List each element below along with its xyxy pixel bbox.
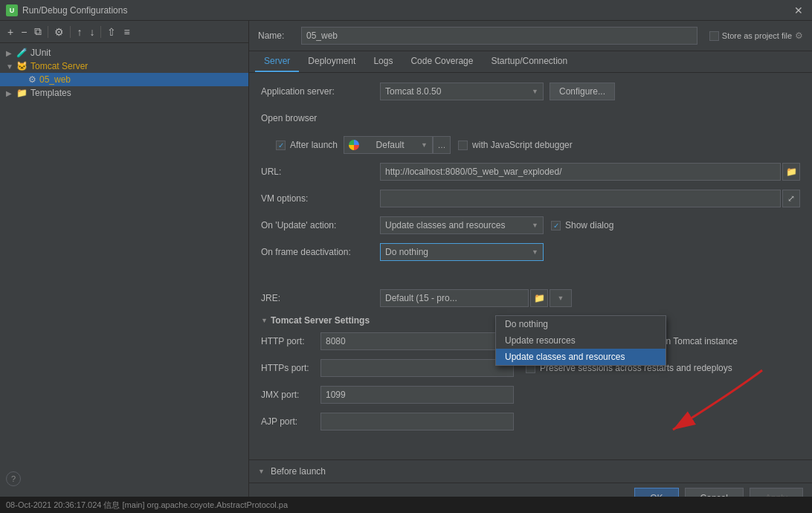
config-tree: ▶ 🧪 JUnit ▼ 🐱 Tomcat Server ⚙ 05_web ▶ 📁… bbox=[0, 43, 248, 513]
close-button[interactable]: ✕ bbox=[791, 3, 806, 18]
app-server-select[interactable]: Tomcat 8.0.50 ▼ bbox=[380, 83, 544, 100]
ajp-port-label: AJP port: bbox=[261, 416, 320, 427]
config-tabs: Server Deployment Logs Code Coverage Sta… bbox=[249, 51, 812, 73]
after-launch-label: After launch bbox=[290, 140, 338, 150]
tab-server[interactable]: Server bbox=[255, 51, 299, 72]
vm-options-input[interactable] bbox=[380, 190, 781, 207]
url-label: URL: bbox=[261, 167, 380, 177]
before-launch-label: Before launch bbox=[271, 466, 326, 477]
https-port-label: HTTPs port: bbox=[261, 363, 320, 373]
browser-more-button[interactable]: … bbox=[433, 136, 451, 154]
on-frame-row: On frame deactivation: Do nothing ▼ bbox=[261, 242, 800, 262]
toolbar-separator-2 bbox=[70, 26, 71, 38]
tab-deployment[interactable]: Deployment bbox=[299, 51, 364, 72]
on-update-arrow-icon: ▼ bbox=[532, 222, 538, 229]
settings-config-button[interactable]: ⚙ bbox=[51, 25, 67, 39]
title-bar: U Run/Debug Configurations ✕ bbox=[0, 0, 812, 21]
url-input[interactable] bbox=[380, 163, 781, 181]
on-frame-value: Do nothing bbox=[385, 247, 428, 257]
vm-options-label: VM options: bbox=[261, 193, 380, 204]
url-folder-icon[interactable]: 📁 bbox=[782, 163, 800, 181]
tab-startup-connection[interactable]: Startup/Connection bbox=[482, 51, 576, 72]
app-server-label: Application server: bbox=[261, 86, 380, 97]
vm-options-row: VM options: ⤢ bbox=[261, 189, 800, 208]
store-project-file-checkbox[interactable] bbox=[709, 31, 719, 41]
copy-config-button[interactable]: ⧉ bbox=[31, 24, 45, 39]
app-icon: U bbox=[6, 4, 18, 16]
app-server-row: Application server: Tomcat 8.0.50 ▼ Conf… bbox=[261, 82, 800, 101]
open-browser-section: Open browser bbox=[261, 109, 800, 128]
http-port-input[interactable] bbox=[320, 332, 514, 350]
sort-button[interactable]: ≡ bbox=[120, 25, 132, 39]
option-update-classes-resources[interactable]: Update classes and resources bbox=[496, 349, 666, 365]
jre-select[interactable]: Default (15 - pro... bbox=[380, 289, 529, 307]
remove-config-button[interactable]: − bbox=[18, 25, 30, 39]
name-label: Name: bbox=[258, 30, 295, 41]
tree-label-junit: JUnit bbox=[30, 48, 51, 58]
http-port-label: HTTP port: bbox=[261, 336, 320, 346]
show-dialog-label: Show dialog bbox=[565, 220, 613, 230]
jre-arrow-btn[interactable]: ▼ bbox=[550, 289, 572, 307]
browser-select[interactable]: Default ▼ bbox=[344, 136, 433, 154]
jre-label: JRE: bbox=[261, 293, 380, 303]
expand-icon-tomcat: ▼ bbox=[6, 62, 13, 71]
vm-options-expand-icon[interactable]: ⤢ bbox=[782, 190, 800, 207]
ajp-port-row: AJP port: bbox=[261, 412, 800, 431]
status-bar: 08-Oct-2021 20:36:17.024 信息 [main] org.a… bbox=[0, 497, 812, 513]
tomcat-icon: 🐱 bbox=[16, 61, 28, 71]
store-project-file-label: Store as project file bbox=[722, 31, 792, 40]
status-text: 08-Oct-2021 20:36:17.024 信息 [main] org.a… bbox=[6, 500, 288, 511]
open-browser-label: Open browser bbox=[261, 113, 380, 123]
jmx-port-row: JMX port: bbox=[261, 385, 800, 404]
store-gear-icon[interactable]: ⚙ bbox=[795, 30, 803, 41]
jmx-port-input[interactable] bbox=[320, 386, 514, 404]
tree-label-tomcat: Tomcat Server bbox=[30, 61, 88, 71]
web-config-icon: ⚙ bbox=[28, 74, 36, 85]
settings-content: Application server: Tomcat 8.0.50 ▼ Conf… bbox=[249, 73, 812, 459]
app-server-arrow-icon: ▼ bbox=[532, 88, 538, 95]
window-title: Run/Debug Configurations bbox=[22, 5, 127, 16]
on-frame-label: On frame deactivation: bbox=[261, 247, 380, 257]
jre-value: Default (15 - pro... bbox=[385, 293, 457, 303]
name-input[interactable] bbox=[301, 27, 697, 45]
https-port-input[interactable] bbox=[320, 359, 514, 377]
on-frame-dropdown-popup: Do nothing Update resources Update class… bbox=[495, 315, 666, 366]
before-launch-toggle[interactable]: ▼ bbox=[258, 468, 265, 475]
browser-value: Default bbox=[376, 140, 405, 150]
on-update-value: Update classes and resources bbox=[385, 220, 505, 230]
tree-item-templates[interactable]: ▶ 📁 Templates bbox=[0, 86, 248, 100]
show-dialog-checkbox[interactable] bbox=[551, 221, 561, 230]
tab-code-coverage[interactable]: Code Coverage bbox=[402, 51, 482, 72]
on-update-row: On 'Update' action: Update classes and r… bbox=[261, 216, 800, 235]
toolbar-separator-3 bbox=[100, 26, 101, 38]
before-launch-section: ▼ Before launch bbox=[249, 459, 812, 483]
tree-item-tomcat[interactable]: ▼ 🐱 Tomcat Server bbox=[0, 59, 248, 73]
expand-icon-junit: ▶ bbox=[6, 49, 13, 57]
js-debugger-checkbox[interactable] bbox=[458, 141, 468, 150]
tree-label-templates: Templates bbox=[30, 88, 71, 98]
help-button[interactable]: ? bbox=[6, 471, 21, 486]
add-config-button[interactable]: + bbox=[4, 25, 16, 39]
option-update-resources[interactable]: Update resources bbox=[496, 332, 666, 349]
tree-item-junit[interactable]: ▶ 🧪 JUnit bbox=[0, 46, 248, 59]
app-server-value: Tomcat 8.0.50 bbox=[385, 86, 441, 97]
on-update-select[interactable]: Update classes and resources ▼ bbox=[380, 216, 544, 234]
after-launch-checkbox[interactable] bbox=[276, 141, 286, 150]
browser-icon bbox=[349, 140, 359, 150]
share-button[interactable]: ⇧ bbox=[104, 25, 119, 39]
config-toolbar: + − ⧉ ⚙ ↑ ↓ ⇧ ≡ bbox=[0, 21, 248, 43]
js-debugger-label: with JavaScript debugger bbox=[472, 140, 573, 150]
jre-folder-icon[interactable]: 📁 bbox=[530, 289, 548, 307]
name-row: Name: Store as project file ⚙ bbox=[249, 21, 812, 51]
move-down-button[interactable]: ↓ bbox=[86, 25, 97, 39]
option-do-nothing[interactable]: Do nothing bbox=[496, 316, 666, 332]
junit-icon: 🧪 bbox=[16, 48, 28, 58]
on-frame-select[interactable]: Do nothing ▼ bbox=[380, 243, 544, 261]
on-frame-arrow-icon: ▼ bbox=[532, 248, 538, 256]
move-up-button[interactable]: ↑ bbox=[74, 25, 85, 39]
jre-dropdown-arrow-icon: ▼ bbox=[558, 294, 564, 302]
ajp-port-input[interactable] bbox=[320, 413, 514, 430]
tab-logs[interactable]: Logs bbox=[364, 51, 402, 72]
configure-button[interactable]: Configure... bbox=[550, 83, 615, 100]
tree-item-05web[interactable]: ⚙ 05_web bbox=[0, 73, 248, 86]
